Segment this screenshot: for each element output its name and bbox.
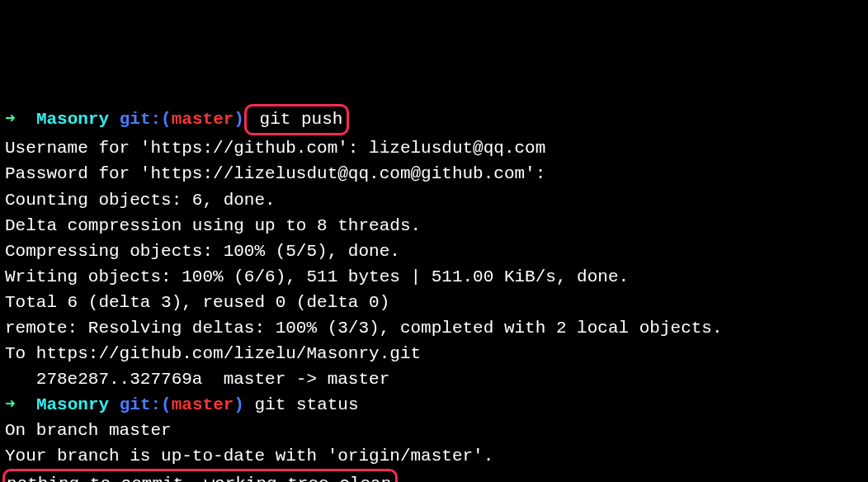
prompt-paren-close: ) bbox=[234, 110, 244, 129]
prompt-branch: master bbox=[172, 110, 234, 129]
output-line: Total 6 (delta 3), reused 0 (delta 0) bbox=[5, 290, 863, 315]
output-line: 278e287..327769a master -> master bbox=[5, 366, 863, 392]
terminal-output[interactable]: ➜ Masonry git:(master) git pushUsername … bbox=[0, 102, 868, 482]
output-line: Your branch is up-to-date with 'origin/m… bbox=[5, 443, 863, 469]
output-line: Password for 'https://lizelusdut@qq.com@… bbox=[5, 161, 863, 187]
prompt-arrow: ➜ bbox=[5, 110, 16, 129]
highlight-nothing-to-commit: nothing to commit, working tree clean bbox=[2, 469, 398, 482]
prompt-paren-close: ) bbox=[234, 395, 244, 414]
output-line: Delta compression using up to 8 threads. bbox=[5, 213, 863, 239]
output-line: Compressing objects: 100% (5/5), done. bbox=[5, 239, 863, 264]
output-text: nothing to commit, working tree clean bbox=[7, 475, 391, 482]
output-line: Writing objects: 100% (6/6), 511 bytes |… bbox=[5, 264, 863, 290]
command-text: git status bbox=[244, 395, 359, 414]
prompt-line-1: ➜ Masonry git:(master) git push bbox=[5, 104, 863, 135]
output-line-highlighted: nothing to commit, working tree clean bbox=[5, 469, 863, 482]
prompt-dir: Masonry bbox=[36, 110, 109, 129]
highlight-git-push: git push bbox=[244, 104, 349, 135]
prompt-line-2: ➜ Masonry git:(master) git status bbox=[5, 392, 863, 418]
command-text: git push bbox=[249, 110, 342, 129]
prompt-dir: Masonry bbox=[36, 395, 109, 414]
prompt-arrow: ➜ bbox=[5, 395, 16, 414]
output-line: remote: Resolving deltas: 100% (3/3), co… bbox=[5, 315, 863, 341]
output-line: Username for 'https://github.com': lizel… bbox=[5, 135, 863, 161]
prompt-git-label: git:( bbox=[120, 395, 172, 414]
prompt-git-label: git:( bbox=[120, 110, 172, 129]
output-line: To https://github.com/lizelu/Masonry.git bbox=[5, 341, 863, 366]
output-line: Counting objects: 6, done. bbox=[5, 187, 863, 213]
prompt-branch: master bbox=[172, 395, 234, 414]
output-line: On branch master bbox=[5, 418, 863, 443]
